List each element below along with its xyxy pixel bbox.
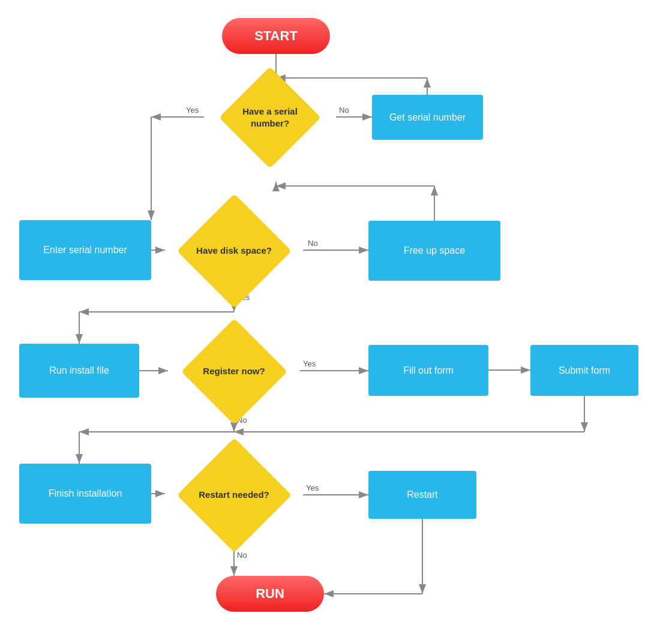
enter-serial-node: Enter serial number — [19, 220, 151, 280]
register-now-label: Register now? — [203, 365, 265, 377]
have-serial-diamond: Have a serialnumber? — [204, 86, 336, 149]
have-disk-diamond: Have disk space? — [165, 182, 303, 320]
svg-text:Yes: Yes — [186, 106, 199, 115]
svg-text:No: No — [308, 239, 318, 248]
free-space-label: Free up space — [404, 245, 465, 256]
svg-text:No: No — [339, 106, 349, 115]
start-node: START — [222, 18, 330, 54]
enter-serial-label: Enter serial number — [43, 245, 127, 256]
svg-text:Yes: Yes — [303, 359, 316, 368]
submit-form-label: Submit form — [559, 365, 610, 376]
have-disk-label: Have disk space? — [196, 245, 272, 257]
restart-label: Restart — [407, 489, 438, 500]
get-serial-node: Get serial number — [372, 95, 483, 140]
run-install-label: Run install file — [49, 365, 109, 376]
start-label: START — [254, 28, 298, 44]
restart-node: Restart — [368, 471, 476, 519]
get-serial-label: Get serial number — [389, 112, 466, 123]
have-serial-label: Have a serialnumber? — [242, 106, 298, 129]
flowchart: Yes No No Yes Yes No — [0, 0, 672, 631]
connectors-svg: Yes No No Yes Yes No — [0, 0, 672, 631]
submit-form-node: Submit form — [530, 345, 638, 396]
finish-install-label: Finish installation — [49, 488, 122, 499]
run-node: RUN — [216, 576, 324, 612]
free-space-node: Free up space — [368, 221, 500, 281]
run-install-node: Run install file — [19, 344, 139, 398]
run-label: RUN — [256, 586, 284, 602]
fill-form-label: Fill out form — [403, 365, 454, 376]
restart-needed-label: Restart needed? — [199, 489, 269, 501]
register-now-diamond: Register now? — [168, 306, 300, 437]
finish-install-node: Finish installation — [19, 464, 151, 524]
svg-text:Yes: Yes — [306, 483, 319, 492]
restart-needed-diamond: Restart needed? — [165, 429, 303, 561]
fill-form-node: Fill out form — [368, 345, 488, 396]
